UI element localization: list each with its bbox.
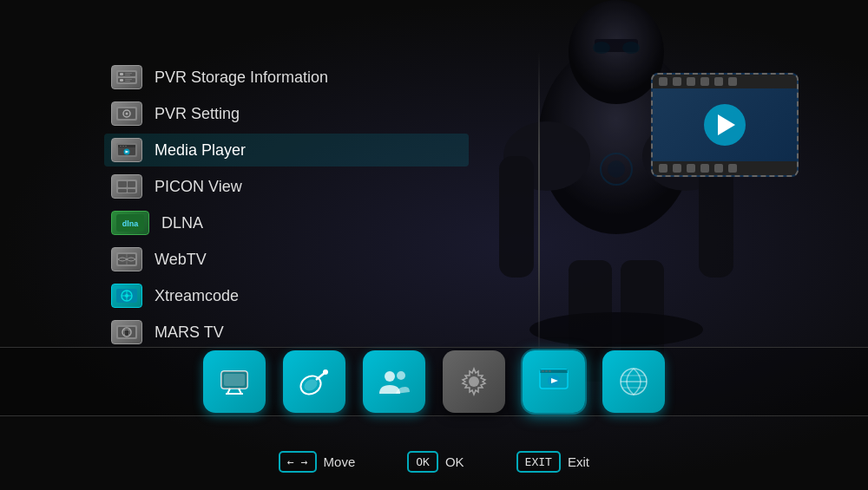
menu-icon-xtreamcode bbox=[111, 284, 142, 308]
menu-icon-dlna: dlna bbox=[111, 211, 149, 235]
svg-rect-72 bbox=[549, 370, 551, 372]
svg-rect-36 bbox=[118, 181, 127, 187]
hint-exit: EXITExit bbox=[516, 451, 589, 473]
menu-icon-mars-tv bbox=[111, 320, 142, 344]
hint-move: ← →Move bbox=[279, 451, 355, 473]
svg-point-66 bbox=[397, 371, 405, 380]
svg-point-64 bbox=[323, 369, 328, 375]
hint-key-move: ← → bbox=[279, 451, 316, 473]
svg-rect-4 bbox=[499, 156, 534, 278]
film-hole bbox=[687, 77, 695, 86]
menu-item-pvr-setting[interactable]: PVR Setting bbox=[104, 97, 469, 130]
svg-rect-39 bbox=[128, 189, 135, 193]
bottom-hints: ← →MoveOKOKEXITExit bbox=[0, 451, 868, 473]
svg-rect-57 bbox=[224, 374, 245, 386]
menu-label-picon-view: PICON View bbox=[155, 178, 242, 196]
svg-text:dlna: dlna bbox=[122, 219, 139, 228]
film-hole bbox=[659, 164, 667, 173]
menu-label-webtv: WebTV bbox=[155, 251, 207, 269]
svg-rect-21 bbox=[125, 79, 132, 80]
menu-label-xtreamcode: Xtreamcode bbox=[155, 287, 239, 305]
hint-label-exit: Exit bbox=[568, 454, 589, 469]
hint-ok: OKOK bbox=[407, 451, 464, 473]
menu-label-dlna: DLNA bbox=[161, 214, 203, 232]
svg-point-67 bbox=[469, 376, 479, 387]
film-hole bbox=[700, 164, 709, 173]
ironman-silhouette bbox=[434, 0, 799, 382]
svg-rect-70 bbox=[542, 370, 544, 372]
svg-rect-32 bbox=[125, 146, 127, 147]
svg-rect-19 bbox=[125, 75, 130, 75]
svg-point-12 bbox=[622, 42, 640, 54]
play-button[interactable] bbox=[704, 104, 746, 146]
svg-point-26 bbox=[126, 113, 128, 115]
film-strip-bottom bbox=[653, 161, 797, 175]
right-panel bbox=[651, 61, 825, 177]
nav-icon-network[interactable] bbox=[602, 350, 665, 413]
menu-item-dlna[interactable]: dlnaDLNA bbox=[104, 206, 469, 239]
svg-rect-30 bbox=[120, 146, 122, 147]
hint-label-ok: OK bbox=[445, 454, 464, 469]
nav-icon-settings[interactable] bbox=[443, 350, 505, 413]
menu-item-picon-view[interactable]: PICON View bbox=[104, 170, 469, 203]
menu-icon-pvr-storage bbox=[111, 65, 142, 89]
media-preview bbox=[651, 73, 799, 177]
nav-icon-tv[interactable] bbox=[203, 350, 266, 413]
hint-key-exit: EXIT bbox=[516, 451, 561, 473]
svg-rect-38 bbox=[118, 189, 127, 193]
menu-icon-pvr-setting bbox=[111, 101, 142, 126]
nav-icon-satellite[interactable] bbox=[283, 350, 345, 413]
play-icon bbox=[718, 114, 735, 135]
svg-rect-37 bbox=[128, 181, 135, 187]
hint-key-ok: OK bbox=[407, 451, 438, 473]
bottom-nav bbox=[0, 347, 868, 416]
menu-item-xtreamcode[interactable]: Xtreamcode bbox=[104, 279, 469, 312]
svg-rect-17 bbox=[120, 73, 123, 75]
svg-rect-31 bbox=[122, 146, 124, 147]
svg-point-13 bbox=[529, 312, 703, 347]
film-hole bbox=[659, 77, 667, 86]
menu-item-webtv[interactable]: WebTV bbox=[104, 243, 469, 276]
nav-icon-users[interactable] bbox=[363, 350, 425, 413]
menu-panel: PVR Storage InformationPVR SettingMedia … bbox=[104, 61, 469, 352]
svg-point-65 bbox=[385, 371, 395, 382]
menu-label-pvr-storage: PVR Storage Information bbox=[155, 69, 328, 87]
nav-icon-media[interactable] bbox=[523, 350, 585, 413]
menu-label-mars-tv: MARS TV bbox=[155, 323, 224, 342]
menu-label-pvr-setting: PVR Setting bbox=[155, 105, 240, 123]
film-hole bbox=[673, 164, 681, 173]
menu-item-pvr-storage[interactable]: PVR Storage Information bbox=[104, 61, 469, 94]
menu-icon-webtv bbox=[111, 247, 142, 271]
film-hole bbox=[700, 77, 709, 86]
film-hole bbox=[714, 164, 723, 173]
menu-item-media-player[interactable]: Media Player bbox=[104, 134, 469, 167]
menu-item-mars-tv[interactable]: MARS TV bbox=[104, 316, 469, 349]
svg-rect-22 bbox=[125, 81, 130, 82]
film-hole bbox=[728, 77, 737, 86]
svg-point-9 bbox=[608, 160, 625, 178]
film-hole bbox=[687, 164, 695, 173]
menu-icon-picon-view bbox=[111, 174, 142, 199]
film-strip-top bbox=[653, 75, 797, 88]
film-hole bbox=[714, 77, 723, 86]
hint-label-move: Move bbox=[324, 454, 356, 469]
svg-rect-71 bbox=[545, 370, 548, 372]
vertical-divider bbox=[538, 52, 540, 364]
svg-rect-18 bbox=[125, 73, 132, 74]
film-hole bbox=[673, 77, 681, 86]
film-hole bbox=[728, 164, 737, 173]
svg-point-11 bbox=[593, 42, 610, 54]
menu-icon-media-player bbox=[111, 138, 142, 162]
svg-rect-20 bbox=[120, 79, 123, 82]
menu-label-media-player: Media Player bbox=[155, 141, 246, 160]
